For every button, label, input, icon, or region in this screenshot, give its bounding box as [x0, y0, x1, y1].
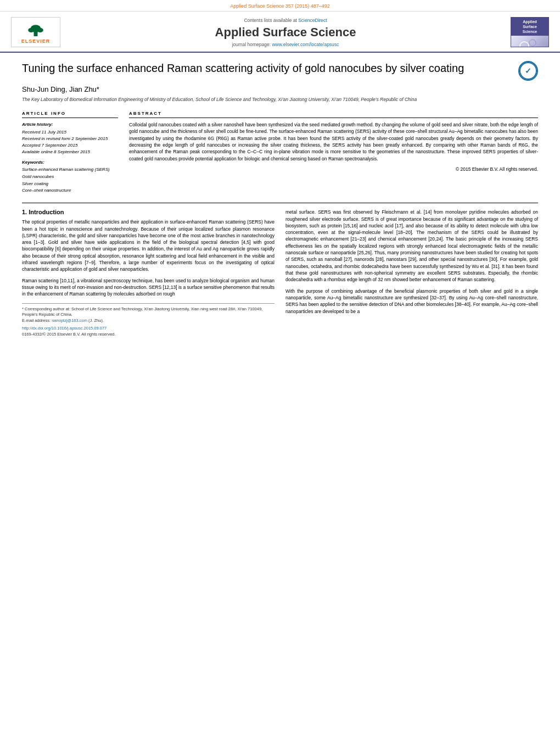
svg-point-5	[529, 40, 536, 46]
journal-reference: Applied Surface Science 357 (2015) 487–4…	[230, 3, 330, 9]
svg-text:✓: ✓	[525, 66, 531, 75]
article-info-header: ARTICLE INFO	[22, 111, 118, 118]
journal-logo: AppliedSurfaceScience	[511, 17, 549, 47]
article-history: Article history: Received 11 July 2015 R…	[22, 121, 118, 155]
authors: Shu-Jun Ding, Jian Zhu*	[22, 85, 538, 93]
sciencedirect-link[interactable]: ScienceDirect	[298, 18, 327, 23]
header-center: Contents lists available at ScienceDirec…	[71, 18, 500, 47]
top-bar: Applied Surface Science 357 (2015) 487–4…	[0, 0, 560, 12]
journal-homepage: journal homepage: www.elsevier.com/locat…	[71, 42, 500, 47]
article-container: Tuning the surface enhanced Raman scatte…	[0, 53, 560, 348]
article-title-section: Tuning the surface enhanced Raman scatte…	[22, 61, 538, 81]
abstract-header: ABSTRACT	[129, 111, 538, 118]
footnote-email-link[interactable]: nanoptzj@163.com	[52, 318, 87, 323]
section-divider	[22, 203, 538, 203]
journal-header: ELSEVIER Contents lists available at Sci…	[0, 12, 560, 53]
section1-title: 1. Introduction	[22, 209, 275, 215]
contents-available: Contents lists available at ScienceDirec…	[71, 18, 500, 23]
intro-paragraph1: The optical properties of metallic nanop…	[22, 219, 275, 273]
abstract-col: ABSTRACT Colloidal gold nanocubes coated…	[129, 111, 538, 194]
copyright-line: © 2015 Elsevier B.V. All rights reserved…	[129, 166, 538, 172]
article-info-col: ARTICLE INFO Article history: Received 1…	[22, 111, 118, 194]
article-title: Tuning the surface enhanced Raman scatte…	[22, 61, 518, 75]
journal-title: Applied Surface Science	[71, 25, 500, 40]
journal-logo-title: AppliedSurfaceScience	[511, 18, 548, 36]
journal-logo-image	[511, 36, 548, 47]
footnote-section: * Corresponding author at: School of Lif…	[22, 303, 275, 337]
body-left-col: 1. Introduction The optical properties o…	[22, 209, 275, 337]
footnote-corresponding: * Corresponding author at: School of Lif…	[22, 306, 275, 318]
keywords-section: Keywords: Surface-enhanced Raman scatter…	[22, 160, 118, 194]
abstract-text: Colloidal gold nanocubes coated with a s…	[129, 121, 538, 162]
issn-line: 0169-4332/© 2015 Elsevier B.V. All right…	[22, 332, 275, 337]
intro-paragraph-right2: With the purpose of combining advantage …	[285, 288, 538, 315]
crossmark-icon[interactable]: ✓	[518, 61, 538, 81]
intro-paragraph2: Raman scattering [10,11], a vibrational …	[22, 277, 275, 298]
svg-point-2	[28, 28, 34, 32]
footnote-email: E-mail address: nanoptzj@163.com (J. Zhu…	[22, 318, 275, 324]
body-right-col: metal surface. SERS was first observed b…	[285, 209, 538, 337]
affiliation: The Key Laboratory of Biomedical Informa…	[22, 97, 538, 103]
info-abstract-section: ARTICLE INFO Article history: Received 1…	[22, 111, 538, 194]
intro-paragraph-right1: metal surface. SERS was first observed b…	[285, 209, 538, 283]
elsevier-logo: ELSEVIER	[11, 17, 60, 47]
body-section: 1. Introduction The optical properties o…	[22, 209, 538, 337]
homepage-link[interactable]: www.elsevier.com/locate/apsusc	[272, 42, 339, 47]
doi-link[interactable]: http://dx.doi.org/10.1016/j.apsusc.2015.…	[22, 326, 107, 331]
svg-point-3	[37, 28, 43, 32]
doi-line: http://dx.doi.org/10.1016/j.apsusc.2015.…	[22, 326, 275, 331]
svg-point-4	[520, 42, 529, 47]
